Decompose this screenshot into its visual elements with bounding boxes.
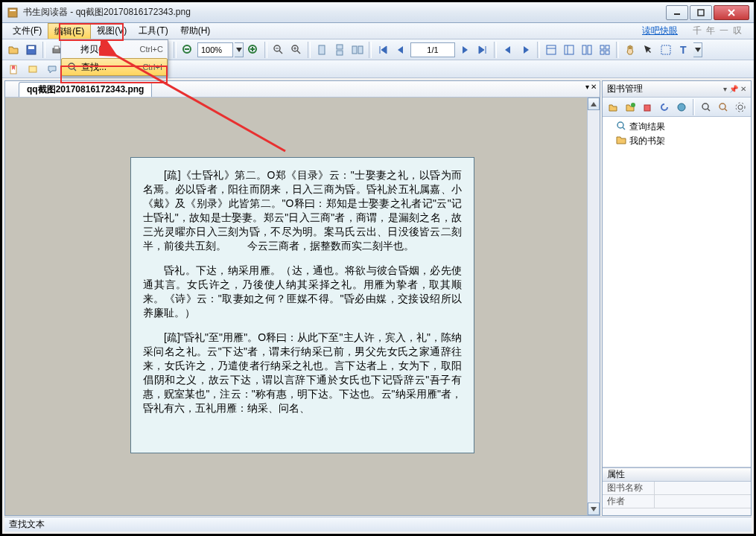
svg-point-46 <box>678 103 685 111</box>
svg-rect-33 <box>600 45 604 49</box>
prev-page-button[interactable] <box>393 42 409 58</box>
document-view[interactable]: [疏]《士昏礼》第二。O郑《目录》云："士娶妻之礼，以昏为而名焉。必以昏者，阳往… <box>5 98 600 515</box>
open-button[interactable] <box>5 42 22 58</box>
svg-rect-23 <box>337 45 343 49</box>
svg-rect-9 <box>54 46 59 49</box>
fit-width-icon[interactable] <box>270 42 287 58</box>
svg-point-44 <box>631 103 635 107</box>
menu-help[interactable]: 帮助(H) <box>174 23 217 39</box>
tab-menu-icon[interactable]: ▾ <box>585 83 589 91</box>
app-icon <box>7 7 19 19</box>
maximize-button[interactable] <box>690 5 712 20</box>
next-page-button[interactable] <box>457 42 473 58</box>
svg-rect-31 <box>582 45 586 54</box>
zoom-level[interactable]: 100% <box>197 42 233 57</box>
tree-item-results[interactable]: 查询结果 <box>606 120 748 134</box>
panel-pin-icon[interactable]: 📌 <box>729 85 738 93</box>
text-tool-icon[interactable]: T <box>676 42 692 58</box>
tree-item-shelf[interactable]: 我的书架 <box>606 134 748 148</box>
vertical-scrollbar[interactable] <box>587 98 600 515</box>
tool-dropdown[interactable] <box>693 42 702 57</box>
menu-find[interactable]: 查找... Ctrl+I <box>61 58 168 76</box>
svg-rect-0 <box>8 8 17 17</box>
close-button[interactable] <box>714 5 749 20</box>
tab-close-icon[interactable]: ✕ <box>591 83 597 91</box>
hand-tool-icon[interactable] <box>622 42 638 58</box>
window-title: 书生阅读器 - qq截图20170816172343.png <box>23 6 666 19</box>
nav-back-button[interactable] <box>500 42 516 58</box>
pointer-tool-icon[interactable] <box>640 42 656 58</box>
menu-tools[interactable]: 工具(T) <box>133 23 174 39</box>
svg-rect-27 <box>547 45 556 54</box>
svg-point-41 <box>69 63 74 69</box>
svg-point-51 <box>738 105 743 109</box>
svg-rect-24 <box>337 51 343 55</box>
svg-rect-1 <box>10 10 16 11</box>
document-tab[interactable]: qq截图20170816172343.png <box>19 82 152 97</box>
results-icon <box>616 121 626 133</box>
fit-page-icon[interactable] <box>288 42 305 58</box>
svg-rect-25 <box>352 46 357 54</box>
svg-rect-7 <box>28 46 34 49</box>
library-tree[interactable]: 查询结果 我的书架 <box>603 117 751 468</box>
scroll-down-icon[interactable] <box>588 502 600 515</box>
view-single-icon[interactable] <box>314 42 330 58</box>
svg-rect-35 <box>600 51 604 54</box>
last-page-button[interactable] <box>474 42 491 58</box>
lib-delete-icon[interactable] <box>640 99 655 115</box>
comment-icon[interactable] <box>44 61 60 77</box>
menu-file[interactable]: 文件(F) <box>7 23 48 39</box>
lib-new-icon[interactable] <box>623 99 638 115</box>
layout2-icon[interactable] <box>561 42 577 58</box>
view-continuous-icon[interactable] <box>331 42 348 58</box>
menu-view[interactable]: 视图(V) <box>91 23 133 39</box>
panel-title: 图书管理 ▾ 📌 ✕ <box>603 81 751 98</box>
properties-panel: 属性 图书名称 作者 <box>603 468 751 515</box>
lib-refresh-icon[interactable] <box>657 99 672 115</box>
folder-icon <box>616 135 626 147</box>
zoom-dropdown[interactable] <box>235 42 244 57</box>
lib-config-icon[interactable] <box>733 99 748 115</box>
minimize-button[interactable] <box>666 5 688 20</box>
panel-menu-icon[interactable]: ▾ <box>723 85 727 93</box>
lib-zoom-icon[interactable] <box>716 99 731 115</box>
bookmark-icon[interactable] <box>5 61 22 77</box>
svg-line-19 <box>297 51 300 54</box>
scroll-up-icon[interactable] <box>588 98 600 110</box>
layout4-icon[interactable] <box>597 42 613 58</box>
svg-point-52 <box>736 103 745 112</box>
layout1-icon[interactable] <box>543 42 559 58</box>
zoom-out-button[interactable] <box>180 42 196 58</box>
svg-line-54 <box>623 127 625 130</box>
lib-globe-icon[interactable] <box>674 99 689 115</box>
select-tool-icon[interactable] <box>658 42 674 58</box>
zoom-in-button[interactable] <box>245 42 261 58</box>
menu-copy[interactable]: 拷贝(C) Ctrl+C <box>61 40 168 58</box>
page-paragraph: 昏礼。下达，纳采用雁。（达，通也。将欲与彼合昏姻，必先使通其言。女氏许之，乃後使… <box>143 264 462 320</box>
menu-edit[interactable]: 编辑(E) <box>48 23 91 39</box>
page-indicator[interactable]: 1/1 <box>410 42 455 57</box>
svg-text:T: T <box>680 44 687 56</box>
read-link[interactable]: 读吧快眼 <box>642 23 678 39</box>
prop-row: 作者 <box>603 495 751 508</box>
note-icon[interactable] <box>25 61 41 77</box>
panel-close-icon[interactable]: ✕ <box>740 85 746 93</box>
svg-rect-22 <box>319 45 325 54</box>
view-facing-icon[interactable] <box>349 42 366 58</box>
page-paragraph: [疏]《士昏礼》第二。O郑《目录》云："士娶妻之礼，以昏为而名焉。必以昏者，阳往… <box>143 168 462 253</box>
first-page-button[interactable] <box>375 42 391 58</box>
nav-fwd-button[interactable] <box>518 42 534 58</box>
save-button[interactable] <box>23 42 39 58</box>
svg-rect-26 <box>358 46 363 54</box>
page-paragraph: [疏]"昏礼"至"用雁"。O释曰：从此下至"主人许，宾入，礼"，陈纳采问名之礼。… <box>143 331 462 415</box>
svg-rect-36 <box>606 51 609 54</box>
svg-rect-37 <box>661 45 670 54</box>
lib-open-icon[interactable] <box>606 99 620 115</box>
lib-search-icon[interactable] <box>699 99 714 115</box>
layout3-icon[interactable] <box>579 42 595 58</box>
svg-line-50 <box>725 109 727 111</box>
svg-point-53 <box>617 122 623 128</box>
svg-rect-29 <box>565 45 574 54</box>
svg-point-49 <box>720 103 725 109</box>
svg-point-47 <box>702 103 708 109</box>
